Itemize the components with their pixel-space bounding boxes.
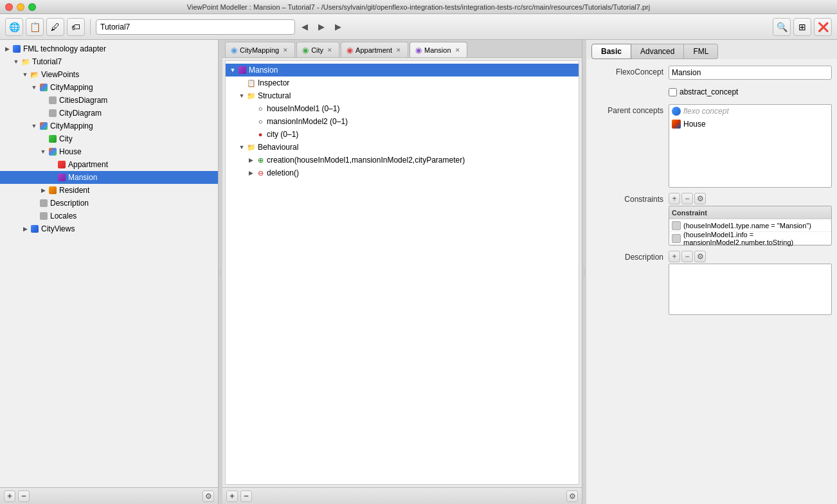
tree-item-citydiagram[interactable]: CityDiagram <box>0 107 218 120</box>
tree-arrow-description <box>30 199 39 208</box>
ctree-item-city-param[interactable]: ● city (0–1) <box>226 128 579 141</box>
forward-button[interactable]: ▶ <box>314 20 328 34</box>
parent-concepts-label: Parent concepts <box>591 104 669 115</box>
concept-icon-house <box>672 120 681 129</box>
constraints-toolbar: + − ⚙ <box>669 193 832 204</box>
tree-item-resident[interactable]: ▶ Resident <box>0 184 218 197</box>
tab-close-citymapping[interactable]: ✕ <box>282 46 289 54</box>
tree-arrow-fml: ▶ <box>3 44 12 53</box>
ctree-item-mansion[interactable]: ▼ Mansion <box>226 64 579 76</box>
tree-item-city[interactable]: City <box>0 132 218 145</box>
tree-item-fml[interactable]: ▶ FML technology adapter <box>0 42 218 55</box>
toolbar-right-btn-1[interactable]: 🔍 <box>773 18 791 36</box>
tree-item-locales[interactable]: Locales <box>0 210 218 222</box>
tree-label-appartment: Appartment <box>68 160 108 169</box>
ctree-item-inspector[interactable]: 📋 Inspector <box>226 76 579 89</box>
toolbar-btn-2[interactable]: 📋 <box>26 18 44 36</box>
tree-arrow-house: ▼ <box>39 147 48 156</box>
description-toolbar: + − ⚙ <box>669 251 832 262</box>
concept-item-flexo[interactable]: flexo concept <box>669 105 831 118</box>
ctree-item-deletion[interactable]: ▶ ⊖ deletion() <box>226 166 579 179</box>
constraint-icon-1 <box>672 221 681 230</box>
tab-city[interactable]: ◉ City ✕ <box>296 42 339 57</box>
insp-tab-basic[interactable]: Basic <box>591 44 631 59</box>
toolbar-btn-1[interactable]: 🌐 <box>5 18 23 36</box>
insp-tab-fml[interactable]: FML <box>684 44 718 59</box>
constraints-remove-btn[interactable]: − <box>681 193 693 204</box>
abstract-concept-value: abstract_concept <box>669 85 832 99</box>
description-remove-btn[interactable]: − <box>681 251 693 262</box>
main-area: ▶ FML technology adapter ▼ 📁 Tutorial7 ▼… <box>0 40 837 504</box>
tree-item-description[interactable]: Description <box>0 197 218 210</box>
center-gear-button[interactable]: ⚙ <box>566 491 578 502</box>
ctree-label-creation: creation(houseInModel1,mansionInModel2,c… <box>267 156 465 165</box>
toolbar-btn-4[interactable]: 🏷 <box>67 18 85 36</box>
tree-label-city: City <box>59 134 73 143</box>
tab-close-mansion[interactable]: ✕ <box>454 46 462 54</box>
abstract-concept-checkbox[interactable] <box>669 88 677 96</box>
toolbar-right-btn-2[interactable]: ⊞ <box>793 18 811 36</box>
tree-item-citiesdiagram[interactable]: CitiesDiagram <box>0 94 218 107</box>
tab-citymapping[interactable]: ◉ CityMapping ✕ <box>225 42 295 57</box>
nav-button[interactable]: ▶ <box>331 20 345 34</box>
description-label: Description <box>591 251 669 262</box>
left-remove-button[interactable]: − <box>18 491 30 502</box>
center-add-button[interactable]: + <box>226 491 238 502</box>
left-add-button[interactable]: + <box>4 491 15 502</box>
tree-item-mansion[interactable]: Mansion <box>0 171 218 184</box>
ctree-item-mansioninmodel2[interactable]: ○ mansionInModel2 (0–1) <box>226 115 579 128</box>
constraints-row: Constraints + − ⚙ Constraint (houseInMod <box>591 193 832 246</box>
toolbar-right-btn-3[interactable]: ❌ <box>814 18 832 36</box>
tree-item-tutorial7[interactable]: ▼ 📁 Tutorial7 <box>0 55 218 68</box>
concept-item-house[interactable]: House <box>669 118 831 130</box>
maximize-button[interactable] <box>28 3 36 11</box>
project-path-input[interactable] <box>96 19 295 35</box>
tab-label-mansion: Mansion <box>424 46 451 54</box>
tree-item-citymapping1[interactable]: ▼ CityMapping <box>0 81 218 94</box>
ctree-item-creation[interactable]: ▶ ⊕ creation(houseInModel1,mansionInMode… <box>226 154 579 166</box>
tree-label-tutorial7: Tutorial7 <box>32 57 62 66</box>
tree-item-appartment[interactable]: Appartment <box>0 158 218 171</box>
ctree-icon-creation: ⊕ <box>255 155 266 165</box>
tree-icon-viewpoints: 📂 <box>30 69 40 80</box>
center-remove-button[interactable]: − <box>240 491 252 502</box>
ctree-icon-mansioninmodel2: ○ <box>255 116 266 127</box>
tree-item-cityviews[interactable]: ▶ CityViews <box>0 222 218 235</box>
ctree-item-structural[interactable]: ▼ 📁 Structural <box>226 89 579 102</box>
toolbar-btn-3[interactable]: 🖊 <box>46 18 64 36</box>
tab-icon-citymapping: ◉ <box>231 46 237 55</box>
ctree-item-houseinmodel1[interactable]: ○ houseInModel1 (0–1) <box>226 102 579 115</box>
constraint-icon-2 <box>672 234 681 243</box>
tree-label-resident: Resident <box>59 186 89 195</box>
description-gear-btn[interactable]: ⚙ <box>694 251 706 262</box>
constraints-gear-btn[interactable]: ⚙ <box>694 193 706 204</box>
tab-close-appartment[interactable]: ✕ <box>395 46 402 54</box>
description-area <box>669 264 832 315</box>
flexo-concept-input[interactable] <box>669 66 832 80</box>
tree-label-citymapping1: CityMapping <box>50 83 93 92</box>
tree-icon-citiesdiagram <box>48 95 58 105</box>
tree-arrow-resident: ▶ <box>39 186 48 195</box>
description-add-btn[interactable]: + <box>669 251 680 262</box>
tab-close-city[interactable]: ✕ <box>326 46 334 54</box>
minimize-button[interactable] <box>17 3 24 11</box>
close-button[interactable] <box>5 3 13 11</box>
tab-appartment[interactable]: ◉ Appartment ✕ <box>341 42 408 57</box>
abstract-concept-row: abstract_concept <box>591 85 832 99</box>
constraint-item-2[interactable]: (houseInModel1.info = mansionInModel2.nu… <box>669 232 831 245</box>
ctree-label-deletion: deletion() <box>267 168 299 177</box>
tree-item-house[interactable]: ▼ House <box>0 145 218 158</box>
left-gear-button[interactable]: ⚙ <box>203 491 214 502</box>
tab-mansion[interactable]: ◉ Mansion ✕ <box>410 42 467 57</box>
tree-item-citymapping2[interactable]: ▼ CityMapping <box>0 120 218 132</box>
ctree-arrow-houseinmodel1 <box>246 104 255 113</box>
parent-concepts-row: Parent concepts flexo concept House <box>591 104 832 188</box>
back-button[interactable]: ◀ <box>298 20 312 34</box>
constraints-add-btn[interactable]: + <box>669 193 680 204</box>
insp-tab-advanced[interactable]: Advanced <box>631 44 684 59</box>
ctree-icon-deletion: ⊖ <box>255 168 266 178</box>
tree-item-viewpoints[interactable]: ▼ 📂 ViewPoints <box>0 68 218 81</box>
tree-arrow-citymapping2: ▼ <box>30 122 39 130</box>
tree-label-fml: FML technology adapter <box>23 44 106 53</box>
ctree-item-behavioural[interactable]: ▼ 📁 Behavioural <box>226 141 579 154</box>
